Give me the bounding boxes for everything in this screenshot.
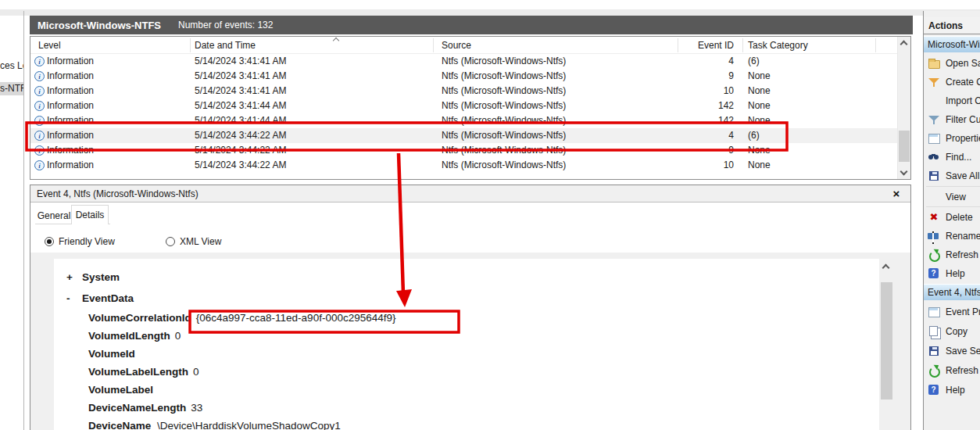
event-source: Ntfs (Microsoft-Windows-Ntfs)	[442, 115, 566, 126]
scroll-up-icon[interactable]	[900, 41, 908, 48]
event-task-category: None	[748, 115, 771, 126]
details-pane-title: Event 4, Ntfs (Microsoft-Windows-Ntfs)	[37, 188, 199, 199]
event-row-selected[interactable]: i Information 5/14/2024 3:44:22 AM Ntfs …	[30, 128, 897, 143]
event-datetime: 5/14/2024 3:44:22 AM	[195, 159, 286, 170]
actions-section-header-event[interactable]: Event 4, Ntfs	[924, 284, 980, 300]
log-title-bar: Microsoft-Windows-NTFS Number of events:…	[30, 16, 913, 34]
action-refresh-event[interactable]: Refresh	[924, 362, 980, 379]
event-level: Information	[47, 130, 94, 141]
action-find[interactable]: Find...	[924, 149, 980, 166]
event-source: Ntfs (Microsoft-Windows-Ntfs)	[442, 145, 566, 156]
event-source: Ntfs (Microsoft-Windows-Ntfs)	[442, 130, 566, 141]
tab-details[interactable]: Details	[71, 205, 109, 224]
scrollbar-thumb[interactable]	[899, 131, 910, 162]
action-save-all-events[interactable]: Save All	[924, 167, 980, 185]
xml-view-label[interactable]: XML View	[180, 236, 221, 247]
field-name: VolumeIdLength	[88, 330, 175, 342]
delete-x-icon: ✖	[928, 211, 940, 224]
event-row[interactable]: i Information 5/14/2024 3:41:41 AM Ntfs …	[30, 69, 897, 84]
event-source: Ntfs (Microsoft-Windows-Ntfs)	[442, 100, 566, 111]
event-row[interactable]: i Information 5/14/2024 3:41:44 AM Ntfs …	[30, 99, 897, 113]
action-refresh-log[interactable]: Refresh	[924, 246, 980, 263]
event-id: 142	[578, 100, 734, 111]
friendly-view-label[interactable]: Friendly View	[59, 236, 115, 247]
action-create-custom-view[interactable]: Create C	[924, 73, 980, 91]
column-header-source[interactable]: Source	[442, 40, 471, 51]
information-icon: i	[34, 116, 45, 126]
actions-separator	[926, 186, 980, 187]
action-save-selected-events[interactable]: Save Sele	[924, 342, 980, 360]
event-level: Information	[47, 70, 94, 81]
help-icon	[928, 384, 940, 396]
information-icon: i	[34, 86, 45, 96]
tree-node-eventdata[interactable]: -EventData	[66, 292, 134, 304]
action-help-log[interactable]: Help	[924, 265, 980, 282]
event-level: Information	[47, 85, 94, 96]
friendly-view-content: +System -EventData VolumeCorrelationId{0…	[54, 259, 879, 430]
event-list-scrollbar[interactable]	[897, 37, 910, 179]
action-open-saved-log[interactable]: Open Sav	[924, 55, 980, 72]
event-source: Ntfs (Microsoft-Windows-Ntfs)	[442, 70, 566, 81]
action-rename[interactable]: Rename	[924, 228, 980, 245]
field-name: VolumeLabelLength	[88, 366, 193, 378]
tree-pane-divider[interactable]	[23, 11, 24, 430]
event-task-category: None	[748, 100, 771, 111]
event-id: 10	[578, 85, 734, 96]
event-row[interactable]: i Information 5/14/2024 3:41:44 AM Ntfs …	[30, 113, 897, 128]
scrollbar-thumb[interactable]	[881, 282, 892, 400]
actions-section-header-log[interactable]: Microsoft-Wi	[924, 36, 980, 52]
actions-separator	[926, 206, 980, 207]
event-row[interactable]: i Information 5/14/2024 3:44:22 AM Ntfs …	[30, 143, 897, 158]
console-tree-item-selected[interactable]: s-NTF	[0, 82, 23, 95]
binoculars-icon	[928, 151, 940, 163]
event-row[interactable]: i Information 5/14/2024 3:41:41 AM Ntfs …	[30, 84, 897, 99]
event-level: Information	[47, 159, 94, 170]
scroll-up-icon[interactable]	[882, 264, 890, 272]
field-device-name: DeviceName\Device\HarddiskVolumeShadowCo…	[88, 420, 341, 430]
action-delete[interactable]: ✖ Delete	[924, 209, 980, 226]
field-volume-id: VolumeId	[88, 348, 157, 360]
event-list: Level Date and Time Source Event ID Task…	[30, 36, 911, 180]
action-import-custom-view[interactable]: Import C	[924, 92, 980, 109]
node-label: System	[82, 271, 120, 283]
details-scrollbar[interactable]	[880, 259, 893, 430]
column-header-date-time[interactable]: Date and Time	[195, 40, 256, 51]
event-source: Ntfs (Microsoft-Windows-Ntfs)	[442, 56, 566, 66]
event-datetime: 5/14/2024 3:44:22 AM	[195, 130, 286, 141]
event-row[interactable]: i Information 5/14/2024 3:41:41 AM Ntfs …	[30, 54, 897, 69]
collapse-icon[interactable]: -	[66, 292, 82, 304]
action-properties[interactable]: Propertie	[924, 130, 980, 147]
action-event-properties[interactable]: Event Pr	[924, 303, 980, 321]
action-help-event[interactable]: Help	[924, 382, 980, 399]
field-volume-label: VolumeLabel	[88, 384, 158, 396]
actions-panel-title: Actions	[924, 17, 980, 34]
information-icon: i	[34, 56, 45, 66]
properties-icon	[928, 132, 940, 145]
view-mode-options: Friendly View XML View	[30, 235, 910, 249]
refresh-icon	[928, 249, 940, 261]
column-header-task-category[interactable]: Task Category	[748, 40, 808, 51]
tree-node-system[interactable]: +System	[66, 271, 120, 283]
event-level: Information	[47, 145, 94, 156]
information-icon: i	[34, 145, 45, 156]
save-icon	[928, 345, 940, 357]
scroll-down-icon[interactable]	[900, 168, 908, 176]
action-copy[interactable]: Copy	[924, 323, 980, 340]
friendly-view-radio[interactable]	[45, 237, 54, 246]
sort-ascending-icon	[333, 38, 339, 44]
field-value: \Device\HarddiskVolumeShadowCopy1	[157, 420, 341, 430]
event-details-pane: Event 4, Ntfs (Microsoft-Windows-Ntfs) ×…	[30, 185, 911, 430]
event-row[interactable]: i Information 5/14/2024 3:44:22 AM Ntfs …	[30, 158, 897, 173]
action-filter-current-log[interactable]: Filter Cu	[924, 111, 980, 128]
action-view-menu[interactable]: View	[924, 188, 980, 206]
xml-view-radio[interactable]	[166, 237, 175, 246]
event-task-category: None	[748, 145, 771, 156]
close-icon[interactable]: ×	[890, 185, 903, 202]
column-header-event-id[interactable]: Event ID	[578, 40, 734, 51]
column-header-level[interactable]: Level	[38, 40, 61, 51]
field-name: DeviceNameLength	[88, 402, 191, 414]
console-tree-item-partial[interactable]: ces Lo	[0, 59, 23, 73]
tab-general[interactable]: General	[37, 208, 71, 224]
expand-icon[interactable]: +	[66, 271, 82, 283]
event-count-label: Number of events: 132	[178, 20, 273, 30]
